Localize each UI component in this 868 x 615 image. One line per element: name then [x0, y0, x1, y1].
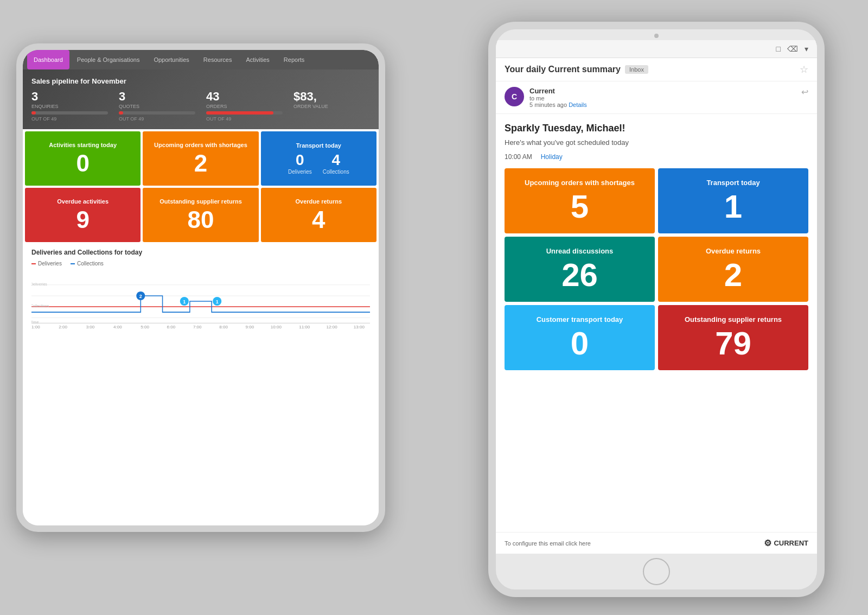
svg-text:1:00: 1:00 — [31, 325, 40, 329]
legend-deliveries: Deliveries — [31, 261, 62, 267]
email-tile-unread-discussions[interactable]: Unread discussions 26 — [505, 237, 655, 302]
email-sender-row: C Current to me 5 minutes ago Details ↩ — [496, 81, 817, 114]
email-subtitle: Here's what you've got scheduled today — [505, 138, 808, 147]
delete-icon[interactable]: ⌫ — [787, 45, 798, 53]
legend-collections: Collections — [71, 261, 104, 267]
metric-quotes: 3 QUOTES OUT OF 49 — [119, 91, 195, 122]
left-tablet: DashboardPeople & OrganisationsOpportuni… — [16, 43, 385, 532]
metric-enquiries: 3 ENQUIRIES OUT OF 49 — [31, 91, 108, 122]
tablet-screen: □ ⌫ ▾ Your daily Current summary Inbox ☆… — [496, 40, 817, 554]
email-tile-outstanding-supplier-returns[interactable]: Outstanding supplier returns 79 — [658, 305, 808, 370]
svg-text:1: 1 — [216, 299, 219, 305]
svg-text:2:00: 2:00 — [59, 325, 67, 329]
svg-text:3:00: 3:00 — [86, 325, 95, 329]
star-icon[interactable]: ☆ — [800, 64, 808, 75]
right-tablet: □ ⌫ ▾ Your daily Current summary Inbox ☆… — [488, 22, 825, 597]
tile-upcoming-orders-with-shortages[interactable]: Upcoming orders with shortages 2 — [143, 131, 258, 186]
sender-avatar: C — [505, 87, 524, 106]
svg-text:12:00: 12:00 — [326, 325, 337, 329]
schedule-time: 10:00 AM — [505, 153, 532, 161]
chart-svg: 2 1 1 1:00 2:00 3:00 4:00 5:00 6:00 7:00… — [31, 269, 370, 334]
schedule-row: 10:00 AM Holiday — [505, 153, 808, 161]
schedule-event[interactable]: Holiday — [541, 153, 563, 161]
sales-metrics: 3 ENQUIRIES OUT OF 49 3 QUOTES OUT OF 49… — [31, 91, 370, 122]
email-header-toolbar: □ ⌫ ▾ — [496, 40, 817, 58]
tile-transport-today[interactable]: Transport today 0Deliveries4Collections — [261, 131, 376, 186]
nav-item-activities[interactable]: Activities — [239, 50, 276, 69]
sender-time: 5 minutes ago Details — [529, 102, 796, 108]
svg-text:Collections: Collections — [31, 304, 49, 308]
sender-name: Current — [529, 87, 796, 95]
svg-text:10:00: 10:00 — [271, 325, 282, 329]
metric-orders: 43 ORDERS OUT OF 49 — [206, 91, 283, 122]
svg-text:1: 1 — [183, 299, 186, 305]
email-tile-overdue-returns[interactable]: Overdue returns 2 — [658, 237, 808, 302]
email-subject-text: Your daily Current summary — [505, 65, 621, 74]
svg-text:Time: Time — [31, 320, 39, 324]
current-logo: ⚙ CURRENT — [764, 538, 808, 548]
chart-area: Deliveries and Collections for today Del… — [23, 244, 379, 525]
metric-order value: $83, ORDER VALUE — [293, 91, 370, 122]
svg-text:9:00: 9:00 — [246, 325, 254, 329]
email-tile-transport-today[interactable]: Transport today 1 — [658, 168, 808, 233]
home-button[interactable] — [643, 558, 670, 585]
details-link[interactable]: Details — [569, 102, 587, 108]
email-tile-customer-transport-today[interactable]: Customer transport today 0 — [505, 305, 655, 370]
camera — [654, 34, 659, 38]
nav-item-dashboard[interactable]: Dashboard — [27, 50, 69, 69]
nav-item-opportunities[interactable]: Opportunities — [147, 50, 195, 69]
svg-text:7:00: 7:00 — [193, 325, 202, 329]
email-body: Sparkly Tuesday, Michael! Here's what yo… — [496, 114, 817, 532]
chart-title: Deliveries and Collections for today — [31, 249, 370, 256]
svg-text:11:00: 11:00 — [299, 325, 310, 329]
svg-text:4:00: 4:00 — [113, 325, 122, 329]
email-dashboard-tiles: Upcoming orders with shortages 5 Transpo… — [505, 168, 808, 370]
chart-legend: DeliveriesCollections — [31, 261, 370, 267]
sales-pipeline: Sales pipeline for November 3 ENQUIRIES … — [23, 69, 379, 129]
tile-activities-starting-today[interactable]: Activities starting today 0 — [25, 131, 141, 186]
more-icon[interactable]: ▾ — [805, 45, 808, 53]
email-subject-bar: Your daily Current summary Inbox ☆ — [496, 58, 817, 81]
svg-text:6:00: 6:00 — [167, 325, 176, 329]
logo-icon: ⚙ — [764, 538, 771, 548]
sender-info: Current to me 5 minutes ago Details — [529, 87, 796, 108]
archive-icon[interactable]: □ — [776, 45, 781, 53]
email-greeting: Sparkly Tuesday, Michael! — [505, 123, 808, 134]
svg-text:2: 2 — [139, 294, 142, 299]
nav-item-reports[interactable]: Reports — [277, 50, 311, 69]
svg-text:8:00: 8:00 — [219, 325, 228, 329]
reply-icon[interactable]: ↩ — [801, 87, 808, 97]
inbox-badge: Inbox — [625, 65, 648, 74]
nav-item-people-&-organisations[interactable]: People & Organisations — [71, 50, 146, 69]
nav-bar: DashboardPeople & OrganisationsOpportuni… — [23, 50, 379, 69]
sales-pipeline-title: Sales pipeline for November — [31, 77, 370, 85]
svg-text:13:00: 13:00 — [354, 325, 365, 329]
email-footer: To configure this email click here ⚙ CUR… — [496, 532, 817, 554]
footer-config-link[interactable]: To configure this email click here — [505, 540, 591, 547]
tile-overdue-activities[interactable]: Overdue activities 9 — [25, 188, 141, 242]
tile-outstanding-supplier-returns[interactable]: Outstanding supplier returns 80 — [143, 188, 258, 242]
sender-to: to me — [529, 95, 796, 102]
nav-item-resources[interactable]: Resources — [197, 50, 239, 69]
email-tile-upcoming-orders-with-shortages[interactable]: Upcoming orders with shortages 5 — [505, 168, 655, 233]
dashboard-tiles: Activities starting today 0 Upcoming ord… — [23, 129, 379, 244]
svg-text:5:00: 5:00 — [141, 325, 149, 329]
svg-text:Deliveries: Deliveries — [31, 282, 47, 286]
tile-overdue-returns[interactable]: Overdue returns 4 — [261, 188, 376, 242]
